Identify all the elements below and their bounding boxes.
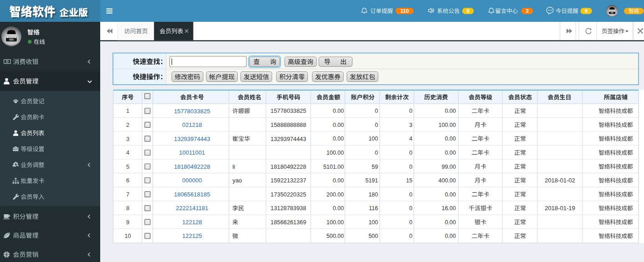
svg-text:0.00: 0.00 bbox=[445, 108, 456, 114]
svg-text:0: 0 bbox=[375, 122, 378, 128]
svg-text:2: 2 bbox=[126, 121, 129, 128]
svg-text:116: 116 bbox=[369, 205, 378, 212]
svg-text:15: 15 bbox=[406, 177, 413, 184]
svg-text:110: 110 bbox=[400, 8, 409, 14]
svg-text:100.00: 100.00 bbox=[327, 219, 344, 226]
svg-text:10: 10 bbox=[124, 232, 131, 239]
svg-text:400.00: 400.00 bbox=[439, 177, 456, 184]
svg-text:500: 500 bbox=[368, 233, 378, 239]
svg-text:122125: 122125 bbox=[182, 232, 202, 239]
svg-text:18065618185: 18065618185 bbox=[174, 191, 210, 198]
svg-text:13293974443: 13293974443 bbox=[271, 136, 306, 142]
svg-text:10011001: 10011001 bbox=[179, 149, 205, 156]
svg-text:0: 0 bbox=[409, 233, 413, 239]
svg-text:100: 100 bbox=[368, 136, 378, 142]
svg-text:5191: 5191 bbox=[365, 177, 378, 184]
svg-text:0: 0 bbox=[375, 108, 378, 114]
svg-text:8: 8 bbox=[126, 205, 129, 212]
svg-text:3: 3 bbox=[409, 122, 413, 128]
svg-text:180: 180 bbox=[368, 191, 378, 198]
svg-text:0: 0 bbox=[409, 150, 413, 156]
svg-text:0.00: 0.00 bbox=[333, 205, 344, 212]
svg-text:0: 0 bbox=[409, 219, 413, 226]
svg-text:122128: 122128 bbox=[182, 219, 202, 226]
svg-text:0: 0 bbox=[409, 164, 413, 170]
svg-text:2018-01-02: 2018-01-02 bbox=[545, 177, 575, 184]
svg-text:0: 0 bbox=[375, 150, 378, 156]
svg-text:15778033825: 15778033825 bbox=[271, 107, 306, 114]
svg-text:7: 7 bbox=[126, 191, 129, 198]
svg-text:000000: 000000 bbox=[182, 177, 202, 184]
svg-text:9: 9 bbox=[126, 219, 129, 226]
svg-text:99.00: 99.00 bbox=[442, 164, 456, 170]
svg-text:100.00: 100.00 bbox=[439, 122, 456, 128]
svg-text:9: 9 bbox=[585, 8, 588, 14]
svg-text:0.00: 0.00 bbox=[445, 191, 456, 198]
svg-text:100.00: 100.00 bbox=[327, 150, 344, 156]
svg-text:0.00: 0.00 bbox=[333, 122, 344, 128]
svg-text:li: li bbox=[233, 163, 235, 170]
svg-text:4: 4 bbox=[126, 149, 129, 156]
svg-text:0: 0 bbox=[409, 205, 413, 212]
svg-text:500.00: 500.00 bbox=[327, 233, 344, 239]
svg-text:100: 100 bbox=[368, 219, 378, 226]
svg-text:1: 1 bbox=[126, 107, 129, 114]
svg-text:17350220325: 17350220325 bbox=[271, 191, 306, 198]
svg-text:59: 59 bbox=[372, 164, 378, 170]
svg-text:13293974443: 13293974443 bbox=[174, 136, 210, 142]
svg-text:021218: 021218 bbox=[182, 121, 202, 128]
svg-text:3: 3 bbox=[126, 136, 129, 142]
svg-text:200.00: 200.00 bbox=[327, 191, 344, 198]
svg-text:0: 0 bbox=[409, 191, 413, 198]
svg-text:2222141181: 2222141181 bbox=[176, 205, 208, 212]
svg-text:0: 0 bbox=[466, 8, 470, 14]
svg-text:5: 5 bbox=[126, 163, 129, 170]
svg-text:0.00: 0.00 bbox=[445, 136, 456, 142]
svg-text:yao: yao bbox=[233, 177, 242, 184]
svg-text:15888888888: 15888888888 bbox=[271, 121, 306, 128]
svg-text:18566261369: 18566261369 bbox=[271, 219, 306, 226]
svg-text:0: 0 bbox=[409, 108, 413, 114]
svg-text:0.00: 0.00 bbox=[333, 136, 344, 142]
svg-text:0.00: 0.00 bbox=[333, 108, 344, 114]
svg-text:6: 6 bbox=[126, 177, 129, 184]
svg-text:16.00: 16.00 bbox=[442, 205, 456, 212]
svg-text:2018-01-19: 2018-01-19 bbox=[545, 205, 575, 212]
svg-text:2: 2 bbox=[526, 8, 529, 14]
svg-text:5101.00: 5101.00 bbox=[323, 164, 344, 170]
svg-text:0.00: 0.00 bbox=[333, 177, 344, 184]
svg-text:15922132237: 15922132237 bbox=[271, 177, 306, 184]
svg-text:0.00: 0.00 bbox=[445, 150, 456, 156]
svg-text:18180492228: 18180492228 bbox=[271, 163, 306, 170]
svg-text:4: 4 bbox=[409, 136, 413, 142]
svg-text:15778033825: 15778033825 bbox=[174, 108, 210, 115]
svg-text:13128783938: 13128783938 bbox=[271, 205, 306, 212]
svg-text:18180492228: 18180492228 bbox=[174, 163, 210, 170]
svg-text:0.00: 0.00 bbox=[445, 219, 456, 226]
svg-text:0.00: 0.00 bbox=[445, 233, 456, 239]
